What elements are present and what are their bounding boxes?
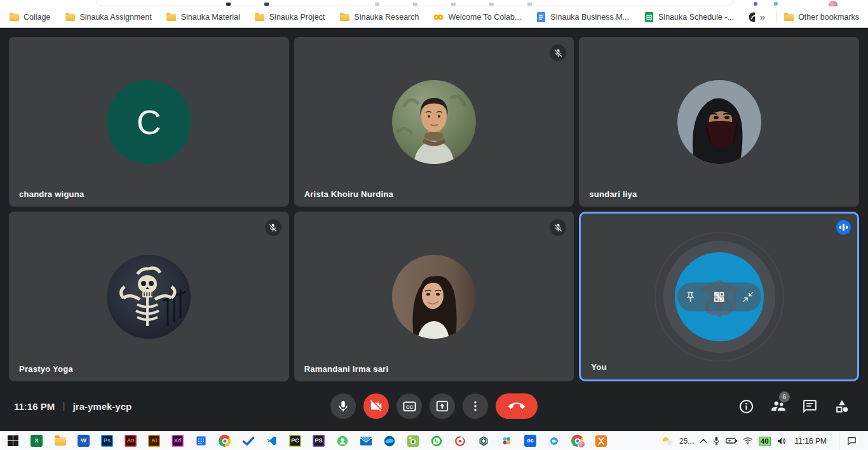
bookmark-item[interactable]: Sinauka Assignment xyxy=(65,12,151,22)
clock: 11:16 PM xyxy=(14,401,55,412)
bookmark-item[interactable]: Sinauka Research xyxy=(339,12,419,22)
mic-muted-indicator xyxy=(550,219,566,236)
participant-name: You xyxy=(591,362,606,372)
tray-battery-icon[interactable] xyxy=(726,437,737,444)
video-tile-you[interactable]: You xyxy=(579,212,859,381)
tab-strip-mark xyxy=(527,3,532,6)
video-tile[interactable]: Cchandra wiguna xyxy=(9,37,289,207)
taskbar-chrome[interactable] xyxy=(213,432,236,450)
folder-icon xyxy=(339,12,349,22)
video-tile[interactable]: Arista Khoiru Nurdina xyxy=(294,37,574,207)
bookmark-item[interactable]: Sinauka Schedule -... xyxy=(644,12,734,22)
extension-icon[interactable] xyxy=(754,2,757,6)
taskbar-whatsapp[interactable] xyxy=(424,432,448,450)
audio-level-indicator xyxy=(836,220,851,235)
bookmarks-overflow-chevron[interactable]: » xyxy=(755,11,770,22)
taskbar-recorder-app[interactable] xyxy=(448,432,471,450)
participant-count-badge: 6 xyxy=(779,392,790,402)
video-tile[interactable]: Ramandani Irma sari xyxy=(294,212,574,381)
folder-icon xyxy=(783,12,794,22)
more-options-button[interactable] xyxy=(463,393,488,419)
mic-muted-indicator xyxy=(550,44,566,61)
taskbar-android-app[interactable] xyxy=(330,432,354,450)
taskbar-oc-app[interactable]: oc xyxy=(519,432,542,450)
taskbar-video-call-app[interactable] xyxy=(542,432,566,450)
meeting-details-button[interactable] xyxy=(738,398,755,415)
taskbar-xampp[interactable] xyxy=(589,432,613,450)
weather-temp[interactable]: 25... xyxy=(679,437,694,446)
participant-name: Arista Khoiru Nurdina xyxy=(304,189,393,199)
panel-controls: 6 xyxy=(738,398,850,415)
minimize-button[interactable] xyxy=(742,290,754,303)
bookmark-item[interactable]: Collage xyxy=(9,12,50,22)
self-tile-hover-controls xyxy=(677,282,761,311)
extension-icon[interactable] xyxy=(774,2,778,6)
taskbar-todo-check[interactable] xyxy=(236,432,260,450)
video-tile[interactable]: sundari liya xyxy=(579,37,859,207)
captions-button[interactable]: CC xyxy=(397,393,422,419)
taskbar-excel[interactable]: X xyxy=(25,432,48,450)
taskbar-photoshop[interactable]: Ps xyxy=(95,432,119,450)
taskbar-hexagon-app[interactable] xyxy=(471,432,495,450)
taskbar-vscode[interactable] xyxy=(260,432,283,450)
avatar-photo xyxy=(392,80,476,164)
taskbar-illustrator[interactable]: Ai xyxy=(142,432,166,450)
folder-icon xyxy=(166,12,177,22)
present-button[interactable] xyxy=(430,393,455,419)
browser-profile-avatar[interactable] xyxy=(829,1,837,6)
bookmarks-bar: CollageSinauka AssignmentSinauka Materia… xyxy=(0,6,868,28)
remove-from-grid-button[interactable] xyxy=(712,290,726,303)
weather-icon[interactable] xyxy=(661,436,674,446)
action-center-icon[interactable] xyxy=(839,432,863,450)
taskbar-pycharm[interactable]: PC xyxy=(283,432,307,450)
taskbar-mail[interactable] xyxy=(354,432,377,450)
pin-button[interactable] xyxy=(684,290,696,303)
initial-avatar: C xyxy=(107,80,191,164)
tray-chevron-up-icon[interactable] xyxy=(700,439,707,444)
taskbar-edge[interactable] xyxy=(377,432,401,450)
taskbar-apps: XWPsAnAiXdPCPSoc xyxy=(0,432,613,450)
camera-off-button[interactable] xyxy=(363,393,389,419)
tray-clock[interactable]: 11:16 PM xyxy=(792,437,829,446)
bookmark-label: Sinauka Project xyxy=(269,13,325,22)
docs-icon xyxy=(536,12,546,22)
taskbar-phpstorm[interactable]: PS xyxy=(307,432,330,450)
bookmark-item[interactable]: InVision xyxy=(749,12,755,22)
taskbar-adobe-xd[interactable]: Xd xyxy=(166,432,189,450)
tray-volume-icon[interactable] xyxy=(776,437,787,446)
chat-button[interactable] xyxy=(801,398,818,415)
svg-text:CC: CC xyxy=(405,404,413,409)
mic-button[interactable] xyxy=(330,393,356,419)
taskbar-chrome-profile[interactable] xyxy=(566,432,589,450)
system-tray: 25... 40 11:16 PM xyxy=(661,432,868,450)
hangup-button[interactable] xyxy=(496,393,538,419)
taskbar-calendar[interactable] xyxy=(189,432,213,450)
bookmark-label: Sinauka Schedule -... xyxy=(658,13,734,22)
tab-strip-mark xyxy=(375,3,379,6)
bookmark-item[interactable]: Sinauka Material xyxy=(166,12,240,22)
taskbar-animate[interactable]: An xyxy=(119,432,142,450)
taskbar-word[interactable]: W xyxy=(72,432,95,450)
folder-icon xyxy=(9,12,19,22)
bookmark-label: Welcome To Colab... xyxy=(448,13,521,22)
bookmark-item[interactable]: Sinauka Business M... xyxy=(536,12,629,22)
bookmark-item[interactable]: Welcome To Colab... xyxy=(433,12,521,22)
participant-name: Ramandani Irma sari xyxy=(304,364,389,374)
battery-percent[interactable]: 40 xyxy=(759,437,770,446)
other-bookmarks-button[interactable]: Other bookmarks xyxy=(783,12,859,22)
taskbar-start[interactable] xyxy=(1,432,25,450)
meeting-info: 11:16 PM | jra-ymek-ycp xyxy=(14,400,132,412)
video-tile[interactable]: Prastyo Yoga xyxy=(9,212,289,381)
avatar-photo xyxy=(392,255,476,339)
bookmarks-divider xyxy=(776,11,777,23)
taskbar-file-explorer[interactable] xyxy=(48,432,72,450)
tray-wifi-icon[interactable] xyxy=(743,437,753,445)
tab-strip-mark xyxy=(413,3,417,6)
taskbar-slack[interactable] xyxy=(495,432,519,450)
bookmark-label: Collage xyxy=(24,13,50,22)
bookmark-item[interactable]: Sinauka Project xyxy=(255,12,325,22)
people-button[interactable]: 6 xyxy=(770,398,787,415)
activities-button[interactable] xyxy=(833,398,850,415)
taskbar-screen-recorder[interactable] xyxy=(401,432,424,450)
tray-mic-icon[interactable] xyxy=(713,436,720,446)
